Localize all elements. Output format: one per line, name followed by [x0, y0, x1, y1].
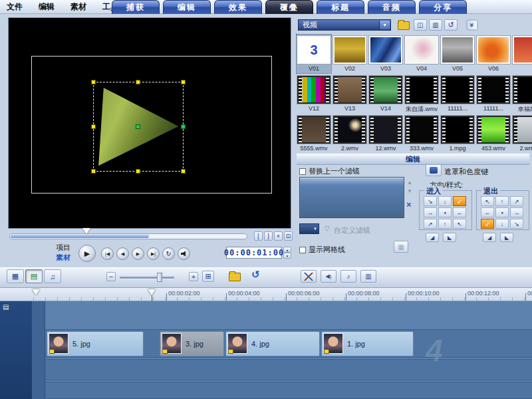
- clip-mode-label[interactable]: 素材: [56, 253, 70, 263]
- library-thumb[interactable]: 3 V01: [297, 35, 331, 73]
- grid-options-button[interactable]: ▦: [394, 241, 408, 253]
- system-volume-button[interactable]: [178, 247, 190, 260]
- split-clip-button[interactable]: ×: [274, 231, 283, 241]
- fit-project-button[interactable]: ⊞: [202, 271, 214, 282]
- library-view-button[interactable]: ▥: [429, 19, 442, 31]
- tab-overlay[interactable]: 覆叠: [265, 0, 313, 14]
- tab-share[interactable]: 分享: [419, 0, 467, 14]
- enter-dir-button[interactable]: ↓: [438, 196, 452, 206]
- enter-dir-button[interactable]: ←: [453, 207, 466, 217]
- custom-filter-label[interactable]: 自定义滤镜: [334, 225, 370, 235]
- zoom-in-button[interactable]: +: [189, 272, 198, 281]
- storyboard-view-button[interactable]: ▦: [7, 269, 24, 283]
- resize-handle[interactable]: [91, 169, 96, 174]
- previous-frame-button[interactable]: ◀: [116, 247, 129, 260]
- end-button[interactable]: ▶|: [147, 247, 160, 260]
- tab-title[interactable]: 标题: [317, 0, 364, 14]
- exit-dir-button[interactable]: ↘: [510, 219, 523, 229]
- tab-effect[interactable]: 效果: [214, 0, 262, 14]
- library-thumb[interactable]: 333.wmv: [404, 114, 439, 153]
- enlarge-preview-button[interactable]: ⊡: [284, 231, 293, 241]
- title-track[interactable]: [45, 382, 532, 399]
- library-thumb[interactable]: 1.mpg: [440, 114, 475, 153]
- exit-dir-button[interactable]: ↗: [510, 196, 523, 206]
- library-thumb[interactable]: 朱自清.wmv: [404, 74, 439, 113]
- enter-dir-button[interactable]: ↘: [424, 196, 437, 206]
- exit-dir-button[interactable]: ↑: [495, 196, 509, 206]
- enter-dir-button[interactable]: ↗: [424, 219, 437, 229]
- overlay-track[interactable]: [45, 359, 532, 380]
- zoom-out-button[interactable]: −: [106, 272, 116, 281]
- exit-dir-button[interactable]: ←: [481, 207, 494, 217]
- undo-button[interactable]: ↺: [251, 269, 260, 281]
- filter-delete-button[interactable]: ×: [406, 200, 412, 209]
- enter-fade-in-button[interactable]: ◢: [426, 233, 439, 242]
- resize-handle[interactable]: [91, 80, 96, 84]
- mask-chroma-label[interactable]: 遮罩和色度键: [444, 167, 488, 177]
- library-thumb[interactable]: V02: [332, 35, 367, 73]
- library-thumb[interactable]: V05: [440, 35, 475, 73]
- library-thumb[interactable]: V06: [476, 35, 511, 73]
- timeline-view-button[interactable]: ▤: [25, 269, 43, 283]
- library-thumb[interactable]: 453.wmv: [476, 114, 511, 153]
- timecode-spin-up[interactable]: ▲: [283, 247, 291, 253]
- library-thumb[interactable]: 5555.wmv: [297, 114, 331, 153]
- enter-fade-out-button[interactable]: ◣: [443, 233, 456, 242]
- menu-clip[interactable]: 素材: [70, 1, 86, 13]
- exit-dir-button[interactable]: ▪: [495, 207, 509, 217]
- batch-convert-button[interactable]: [301, 270, 317, 283]
- enter-dir-button[interactable]: ↑: [438, 219, 452, 229]
- library-thumb[interactable]: 幸福摩...: [512, 74, 532, 113]
- timecode-spin-down[interactable]: ▼: [283, 253, 291, 259]
- chevron-down-icon[interactable]: ▼: [379, 21, 390, 29]
- exit-dir-button[interactable]: ↖: [481, 196, 494, 206]
- enter-dir-button-selected[interactable]: ↙: [453, 196, 466, 206]
- filter-move-down-button[interactable]: ▼: [407, 188, 412, 194]
- zoom-slider-thumb[interactable]: [157, 273, 162, 282]
- scrubber-thumb[interactable]: [82, 228, 90, 234]
- resize-handle[interactable]: [136, 169, 140, 174]
- center-handle[interactable]: [136, 124, 140, 129]
- timeline-clip-selected[interactable]: 3. jpg: [160, 331, 224, 356]
- mark-in-button[interactable]: [: [254, 231, 263, 241]
- preview-screen[interactable]: [8, 17, 291, 229]
- timeline-track-area[interactable]: 5. jpg 3. jpg 4. jpg 1. jpg: [45, 301, 532, 399]
- tab-edit[interactable]: 编辑: [163, 0, 211, 14]
- exit-dir-button-selected[interactable]: ↙: [481, 219, 494, 229]
- sort-library-button[interactable]: ◫: [414, 19, 427, 31]
- show-grid-checkbox[interactable]: [299, 247, 306, 253]
- exit-fade-in-button[interactable]: ◢: [483, 233, 496, 242]
- library-thumb[interactable]: 12.wmv: [368, 114, 403, 153]
- filter-preset-dropdown[interactable]: ▼: [299, 223, 319, 234]
- library-thumb[interactable]: V13: [332, 74, 367, 113]
- tab-audio[interactable]: 音频: [368, 0, 416, 14]
- library-thumb[interactable]: [512, 35, 532, 73]
- resize-handle[interactable]: [91, 124, 96, 129]
- resize-handle[interactable]: [181, 80, 186, 84]
- filter-move-up-button[interactable]: ▲: [407, 180, 412, 186]
- insert-media-button[interactable]: [229, 273, 241, 281]
- resize-handle[interactable]: [136, 80, 140, 84]
- applied-filters-list[interactable]: [299, 177, 404, 218]
- library-thumb[interactable]: V03: [368, 35, 403, 73]
- load-media-button[interactable]: [398, 21, 410, 30]
- library-thumb[interactable]: 11111...: [440, 74, 475, 113]
- library-thumb[interactable]: V12: [297, 74, 331, 113]
- audio-view-button[interactable]: ♫: [44, 269, 61, 283]
- enter-dir-button[interactable]: ↖: [453, 219, 466, 229]
- expand-panel-button[interactable]: »: [467, 20, 478, 31]
- track-manager-button[interactable]: ▥: [360, 270, 376, 283]
- selection-marquee[interactable]: [93, 82, 184, 172]
- trim-marker[interactable]: [32, 289, 40, 295]
- auto-music-button[interactable]: ♪: [340, 270, 356, 283]
- menu-edit[interactable]: 编辑: [39, 1, 55, 13]
- home-button[interactable]: |◀: [101, 247, 114, 260]
- menu-file[interactable]: 文件: [7, 1, 23, 13]
- playhead-marker[interactable]: [148, 289, 156, 295]
- exit-dir-button[interactable]: ↓: [495, 219, 509, 229]
- library-thumb[interactable]: V14: [368, 74, 403, 113]
- next-frame-button[interactable]: ▶: [132, 247, 144, 260]
- repeat-button[interactable]: ↻: [162, 247, 175, 260]
- enter-dir-button[interactable]: →: [424, 207, 437, 217]
- zoom-slider-track[interactable]: [120, 277, 174, 279]
